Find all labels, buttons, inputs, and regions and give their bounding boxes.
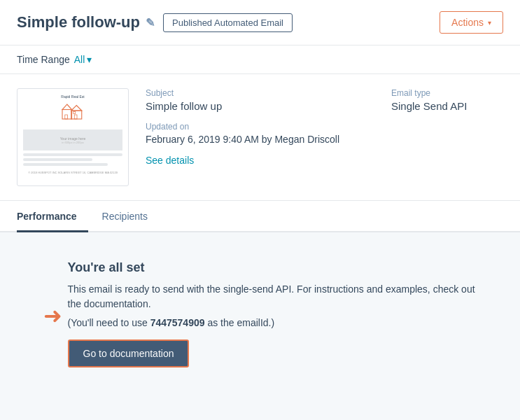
svg-rect-5 [74, 115, 77, 119]
tab-performance[interactable]: Performance [17, 201, 88, 232]
email-type-label: Email type [391, 88, 503, 98]
updated-group: Updated on February 6, 2019 9:40 AM by M… [146, 122, 374, 145]
tabs-bar: Performance Recipients [0, 201, 520, 232]
thumbnail-body: Your image here in 600px in 200px [23, 127, 122, 168]
thumbnail-line-3 [23, 163, 108, 166]
all-set-body: You're all set This email is ready to se… [68, 260, 477, 368]
page-title: Simple follow-up ✎ [17, 13, 155, 31]
svg-marker-1 [62, 104, 72, 110]
updated-label: Updated on [146, 122, 374, 132]
time-range-value-text: All [74, 54, 85, 65]
email-type-value: Single Send API [391, 100, 503, 112]
header: Simple follow-up ✎ Published Automated E… [0, 0, 520, 46]
thumbnail-line-2 [23, 158, 92, 161]
image-size-text: in 600px in 200px [60, 141, 86, 144]
email-id-prefix: (You'll need to use [68, 317, 150, 328]
go-to-documentation-button[interactable]: Go to documentation [68, 340, 190, 368]
email-card: Rapid Real Est [0, 74, 520, 201]
all-set-title: You're all set [68, 260, 477, 275]
title-text: Simple follow-up [17, 13, 140, 31]
thumbnail-image-placeholder: Your image here in 600px in 200px [23, 130, 122, 150]
email-type-group: Email type Single Send API [391, 88, 503, 112]
time-range-chevron-icon: ▾ [87, 54, 92, 65]
email-type-section: Email type Single Send API [391, 88, 503, 122]
status-badge: Published Automated Email [163, 13, 293, 32]
arrow-right-icon: ➜ [43, 302, 62, 329]
time-range-label: Time Range [17, 54, 70, 65]
email-id-suffix: as the emailId.) [205, 317, 275, 328]
email-details: Subject Simple follow up Updated on Febr… [146, 88, 374, 166]
all-set-description: This email is ready to send with the sin… [68, 282, 477, 312]
email-id-text: (You'll need to use 7447574909 as the em… [68, 317, 477, 328]
thumbnail-house: Rapid Real Est [59, 94, 87, 121]
time-range-dropdown[interactable]: All ▾ [74, 54, 92, 65]
tab-recipients[interactable]: Recipients [102, 201, 159, 232]
actions-label: Actions [451, 17, 484, 28]
all-set-container: ➜ You're all set This email is ready to … [43, 260, 477, 368]
image-placeholder-text: Your image here [60, 136, 86, 141]
svg-rect-6 [73, 112, 76, 114]
see-details-link[interactable]: See details [146, 155, 374, 166]
thumbnail-header-text: Rapid Real Est [61, 94, 84, 99]
arrow-section: ➜ [43, 260, 62, 329]
thumbnail-footer: © 2019 HUBSPOT INC SOLARIS STREET 16, CA… [28, 171, 118, 174]
subject-label: Subject [146, 88, 374, 98]
subject-value: Simple follow up [146, 100, 374, 112]
time-range-bar: Time Range All ▾ [0, 46, 520, 74]
chevron-down-icon: ▾ [488, 19, 491, 27]
subject-group: Subject Simple follow up [146, 88, 374, 112]
email-id-value: 7447574909 [150, 317, 205, 328]
svg-marker-3 [71, 106, 82, 111]
email-thumbnail: Rapid Real Est [17, 88, 129, 186]
svg-rect-4 [65, 115, 68, 119]
thumbnail-line-1 [23, 153, 122, 156]
edit-icon[interactable]: ✎ [146, 16, 155, 29]
performance-content: ➜ You're all set This email is ready to … [0, 232, 520, 420]
page-wrapper: Simple follow-up ✎ Published Automated E… [0, 0, 520, 420]
house-illustration [59, 100, 87, 121]
actions-button[interactable]: Actions ▾ [440, 11, 503, 34]
updated-value: February 6, 2019 9:40 AM by Megan Drisco… [146, 134, 374, 145]
